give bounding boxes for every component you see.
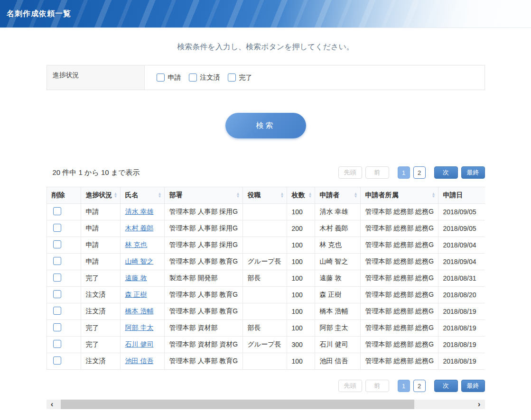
requester-cell: 林 克也 [315,237,360,254]
row-delete-checkbox[interactable] [53,257,61,265]
name-link[interactable]: 橋本 浩輔 [125,307,154,315]
row-delete-checkbox[interactable] [53,207,61,215]
row-delete-checkbox[interactable] [53,274,61,282]
scroll-left-icon[interactable]: ‹ [47,400,57,409]
sort-icon[interactable]: ▲▼ [484,192,485,198]
filter-checkbox-label: 申請 [168,73,181,82]
column-header-position[interactable]: 役職▲▼ [242,187,287,204]
column-header-status[interactable]: 進捗状況▲▼ [81,187,120,204]
pagination-prev-button[interactable]: 前 [365,380,389,392]
pagination-prev-button[interactable]: 前 [365,166,389,179]
name-link[interactable]: 石川 健司 [125,340,154,348]
column-header-requester[interactable]: 申請者▲▼ [315,187,360,204]
delete-cell [47,220,81,237]
table-row: 申請 清水 幸雄 管理本部 人事部 採用G 100 清水 幸雄 管理本部 総務部… [47,204,485,220]
column-header-date[interactable]: 申請日▲▼ [438,187,485,204]
position-cell [242,204,287,220]
position-cell [242,287,287,303]
row-delete-checkbox[interactable] [53,323,61,331]
date-cell: 2018/08/20 [438,287,485,303]
sort-icon[interactable]: ▲▼ [236,192,240,198]
pagination-first-button[interactable]: 先頭 [338,380,362,392]
position-cell [242,220,287,237]
position-cell: 部長 [242,270,287,287]
department-cell: 管理本部 人事部 採用G [164,220,242,237]
requester-cell: 清水 幸雄 [315,204,360,220]
sort-icon[interactable]: ▲▼ [354,192,358,198]
position-cell [242,303,287,320]
name-link[interactable]: 清水 幸雄 [125,208,154,215]
filter-box: 進捗状況 申請 注文済 完了 [47,65,485,90]
scrollbar-thumb[interactable] [61,400,414,409]
name-link[interactable]: 山崎 智之 [125,257,154,265]
delete-cell [47,303,81,320]
count-cell: 100 [287,303,315,320]
search-button[interactable]: 検索 [225,113,306,138]
name-link[interactable]: 木村 義郎 [125,224,154,232]
filter-checkbox-item-apply[interactable]: 申請 [157,73,181,82]
sort-icon[interactable]: ▲▼ [114,192,118,198]
column-label: 削除 [52,191,65,199]
count-cell: 100 [287,204,315,220]
requester-cell: 橋本 浩輔 [315,303,360,320]
checkbox-icon[interactable] [189,73,197,82]
name-link[interactable]: 遠藤 敦 [125,274,147,282]
count-cell: 100 [287,320,315,337]
scroll-right-icon[interactable]: › [475,400,484,409]
sort-icon[interactable]: ▲▼ [432,192,436,198]
table-header-row: 削除 進捗状況▲▼ 氏名▲▼ 部署▲▼ 役職▲▼ 枚数▲▼ 申請者▲▼ 申請者所… [47,187,485,204]
status-cell: 完了 [81,270,120,287]
pagination-next-button[interactable]: 次 [434,380,458,392]
sort-icon[interactable]: ▲▼ [158,192,162,198]
filter-label: 進捗状況 [47,65,145,90]
sort-icon[interactable]: ▲▼ [280,192,284,198]
name-link[interactable]: 森 正樹 [125,291,147,298]
column-header-count[interactable]: 枚数▲▼ [287,187,315,204]
requester-cell: 阿部 圭太 [315,320,360,337]
pagination-first-button[interactable]: 先頭 [338,166,362,179]
row-delete-checkbox[interactable] [53,240,61,248]
name-link[interactable]: 池田 信吾 [125,357,154,365]
horizontal-scrollbar[interactable]: ‹ › [47,400,485,409]
page: 名刺作成依頼一覧 検索条件を入力し、検索ボタンを押してください。 進捗状況 申請… [0,0,531,420]
filter-checkbox-item-done[interactable]: 完了 [228,73,252,82]
column-label: 役職 [248,191,261,199]
pagination-next-button[interactable]: 次 [434,166,458,179]
count-cell: 200 [287,220,315,237]
date-cell: 2018/08/19 [438,320,485,337]
name-link[interactable]: 阿部 圭太 [125,324,154,331]
sort-icon[interactable]: ▲▼ [308,192,312,198]
pagination-last-button[interactable]: 最終 [461,380,485,392]
table-row: 申請 林 克也 管理本部 人事部 採用G 100 林 克也 管理本部 総務部 総… [47,237,485,254]
delete-cell [47,287,81,303]
requester-cell: 遠藤 敦 [315,270,360,287]
delete-cell [47,270,81,287]
row-delete-checkbox[interactable] [53,356,61,365]
department-cell: 管理本部 人事部 教育G [164,287,242,303]
pagination-page-2-button[interactable]: 2 [413,166,426,179]
table-row: 申請 山崎 智之 管理本部 人事部 教育G グループ長 100 山崎 智之 管理… [47,254,485,270]
column-header-requester-dept[interactable]: 申請者所属▲▼ [360,187,438,204]
requester-cell: 石川 健司 [315,337,360,353]
name-cell: 橋本 浩輔 [120,303,164,320]
row-delete-checkbox[interactable] [53,290,61,298]
filter-checkbox-item-ordered[interactable]: 注文済 [189,73,220,82]
pagination-page-2-button[interactable]: 2 [413,380,426,392]
delete-cell [47,237,81,254]
checkbox-icon[interactable] [228,73,236,82]
column-header-department[interactable]: 部署▲▼ [164,187,242,204]
status-cell: 完了 [81,337,120,353]
checkbox-icon[interactable] [157,73,165,82]
row-delete-checkbox[interactable] [53,307,61,315]
pagination-last-button[interactable]: 最終 [461,166,485,179]
date-cell: 2018/09/05 [438,204,485,220]
column-header-name[interactable]: 氏名▲▼ [120,187,164,204]
pagination-page-1-button[interactable]: 1 [398,166,410,179]
pagination-page-1-button[interactable]: 1 [398,380,410,392]
row-delete-checkbox[interactable] [53,224,61,232]
delete-cell [47,337,81,353]
requester-cell: 池田 信吾 [315,353,360,370]
row-delete-checkbox[interactable] [53,340,61,348]
name-link[interactable]: 林 克也 [125,241,147,248]
requester-dept-cell: 管理本部 総務部 総務G [360,337,438,353]
